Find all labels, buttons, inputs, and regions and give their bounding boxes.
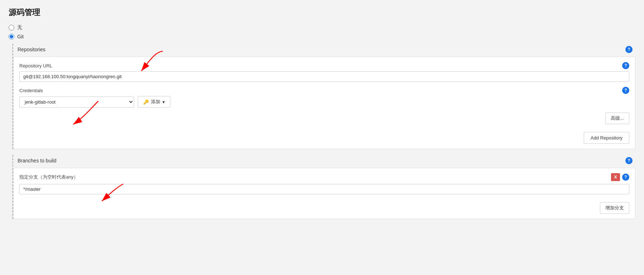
page-title: 源码管理 (9, 7, 635, 18)
repo-url-input[interactable] (19, 71, 629, 82)
credentials-select[interactable]: jenk-gitlab-root none (19, 96, 134, 108)
radio-git-input[interactable] (9, 34, 14, 39)
branches-label: Branches to build (18, 158, 56, 163)
add-repository-button[interactable]: Add Repository (584, 132, 629, 144)
radio-none-label: 无 (17, 24, 22, 31)
add-label: 添加 (151, 99, 160, 105)
add-credentials-button[interactable]: 🔑 添加 ▾ (138, 96, 170, 108)
repositories-label: Repositories (18, 47, 46, 52)
branch-specifier-label: 指定分支（为空时代表any） (19, 174, 78, 180)
branch-specifier-help-icon[interactable]: ? (622, 174, 629, 181)
branches-help-icon[interactable]: ? (625, 157, 633, 164)
radio-none[interactable]: 无 (9, 24, 635, 31)
repo-url-label: Repository URL (19, 63, 52, 68)
credentials-label: Credentials (19, 88, 43, 93)
repo-url-help-icon[interactable]: ? (622, 62, 629, 69)
scm-radio-group: 无 Git (9, 24, 635, 39)
repositories-help-icon[interactable]: ? (625, 46, 633, 53)
radio-none-input[interactable] (9, 25, 14, 30)
add-branch-button[interactable]: 增加分支 (600, 202, 629, 214)
branch-specifier-input[interactable] (19, 184, 629, 194)
credentials-help-icon[interactable]: ? (622, 87, 629, 94)
radio-git[interactable]: Git (9, 34, 635, 39)
add-dropdown-arrow: ▾ (162, 99, 165, 105)
key-icon: 🔑 (143, 99, 149, 105)
advanced-button[interactable]: 高级... (605, 113, 629, 124)
delete-branch-button[interactable]: X (611, 173, 620, 181)
radio-git-label: Git (17, 34, 24, 39)
